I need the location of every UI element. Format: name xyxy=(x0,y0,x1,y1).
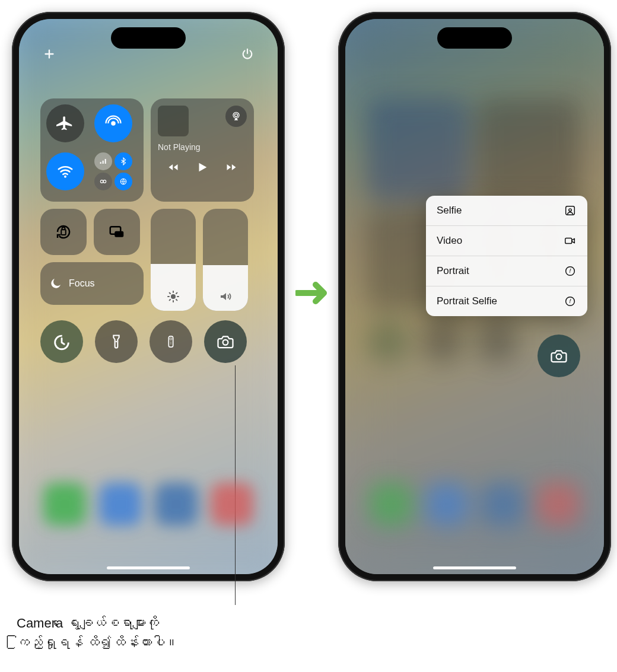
blurred-dock xyxy=(19,483,278,542)
svg-rect-7 xyxy=(61,230,66,235)
phone-right: Selfie Video Portrait f Portrait Selfie … xyxy=(338,12,611,581)
callout-line2: ကြည့်ရှုရန် ထိ၍ထိန်းထားပါ။ xyxy=(17,633,178,652)
sun-icon xyxy=(166,289,180,304)
wifi-icon xyxy=(56,163,74,180)
airdrop-icon xyxy=(104,114,122,132)
connectivity-tile[interactable] xyxy=(40,98,144,202)
camera-menu-item-label: Selfie xyxy=(437,205,462,216)
album-art xyxy=(158,106,189,136)
media-tile[interactable]: Not Playing xyxy=(151,98,254,202)
page-side-icons xyxy=(276,215,278,273)
screen-right: Selfie Video Portrait f Portrait Selfie … xyxy=(345,19,604,574)
timer-icon xyxy=(52,332,72,352)
camera-icon xyxy=(215,333,236,351)
blurred-dock xyxy=(345,483,604,542)
svg-rect-9 xyxy=(115,231,123,237)
add-control-button[interactable] xyxy=(40,45,58,63)
camera-menu-portrait-selfie[interactable]: Portrait Selfie f xyxy=(426,286,587,316)
svg-point-26 xyxy=(556,354,562,359)
camera-menu-item-label: Portrait Selfie xyxy=(437,295,497,307)
volume-icon xyxy=(218,289,233,304)
svg-point-13 xyxy=(116,341,117,342)
timer-button[interactable] xyxy=(40,320,83,363)
svg-rect-19 xyxy=(566,206,575,215)
airplane-icon xyxy=(56,114,74,132)
airplay-button[interactable] xyxy=(225,106,247,127)
apple-tv-remote-button[interactable] xyxy=(150,320,192,363)
bluetooth-icon xyxy=(115,152,132,170)
video-icon xyxy=(564,234,577,247)
music-note-icon xyxy=(276,238,278,249)
callout-text: Camera ရွေးချယ်စရာများကို ကြည့်ရှုရန် ထိ… xyxy=(17,613,178,652)
camera-context-menu: Selfie Video Portrait f Portrait Selfie … xyxy=(426,196,587,316)
svg-point-1 xyxy=(64,176,66,178)
camera-menu-video[interactable]: Video xyxy=(426,226,587,256)
camera-button[interactable] xyxy=(204,320,247,363)
svg-point-0 xyxy=(111,121,116,126)
antenna-icon xyxy=(276,262,278,273)
camera-menu-portrait[interactable]: Portrait f xyxy=(426,256,587,286)
control-center-panel: Not Playing xyxy=(40,98,271,363)
camera-menu-item-label: Video xyxy=(437,235,462,247)
dynamic-island xyxy=(437,27,512,49)
svg-point-16 xyxy=(170,342,171,342)
screen-left: Not Playing xyxy=(19,19,278,574)
focus-button[interactable]: Focus xyxy=(40,262,144,305)
svg-point-10 xyxy=(171,294,176,299)
camera-menu-item-label: Portrait xyxy=(437,265,469,277)
callout-line1: Camera ရွေးချယ်စရာများကို xyxy=(17,613,178,633)
flashlight-icon xyxy=(108,332,125,352)
moon-icon xyxy=(49,276,63,291)
next-track-button[interactable] xyxy=(224,161,239,173)
svg-point-3 xyxy=(103,180,106,183)
airplane-mode-toggle[interactable] xyxy=(46,104,84,142)
heart-icon xyxy=(276,215,278,225)
power-button[interactable] xyxy=(238,45,256,63)
transition-arrow xyxy=(295,279,332,307)
svg-point-18 xyxy=(223,340,228,345)
orientation-lock-button[interactable] xyxy=(40,209,87,255)
aperture-icon: f xyxy=(564,295,577,308)
selfie-icon xyxy=(564,204,577,217)
home-indicator[interactable] xyxy=(433,566,516,569)
hotspot-icon xyxy=(94,173,112,190)
cellular-icon xyxy=(94,152,112,170)
screen-mirroring-icon xyxy=(108,223,126,241)
remote-icon xyxy=(164,332,177,352)
focus-label: Focus xyxy=(69,278,95,289)
svg-text:f: f xyxy=(570,269,571,274)
airdrop-toggle[interactable] xyxy=(94,104,132,142)
svg-point-17 xyxy=(170,343,171,344)
home-indicator[interactable] xyxy=(107,566,190,569)
svg-point-5 xyxy=(233,112,239,118)
svg-point-20 xyxy=(569,209,571,211)
volume-slider[interactable] xyxy=(203,209,248,311)
orientation-lock-icon xyxy=(55,223,72,241)
svg-point-15 xyxy=(170,338,172,340)
svg-point-6 xyxy=(235,114,238,117)
flashlight-button[interactable] xyxy=(95,320,138,363)
camera-menu-selfie[interactable]: Selfie xyxy=(426,196,587,226)
wifi-toggle[interactable] xyxy=(46,152,84,190)
connectivity-cluster[interactable] xyxy=(94,152,132,190)
airplay-icon xyxy=(230,110,242,122)
svg-text:f: f xyxy=(570,299,571,304)
camera-button-highlighted[interactable] xyxy=(538,335,580,377)
media-status-label: Not Playing xyxy=(158,142,247,152)
aperture-icon: f xyxy=(564,265,577,278)
vpn-icon xyxy=(115,173,132,190)
camera-icon xyxy=(549,347,569,365)
prev-track-button[interactable] xyxy=(166,161,181,173)
dynamic-island xyxy=(111,27,186,49)
brightness-slider[interactable] xyxy=(151,209,196,311)
control-center: Not Playing xyxy=(19,19,278,574)
play-button[interactable] xyxy=(196,160,209,174)
svg-rect-21 xyxy=(565,238,572,243)
screen-mirroring-button[interactable] xyxy=(94,209,140,255)
phone-left: Not Playing xyxy=(12,12,285,581)
svg-point-2 xyxy=(100,180,103,183)
